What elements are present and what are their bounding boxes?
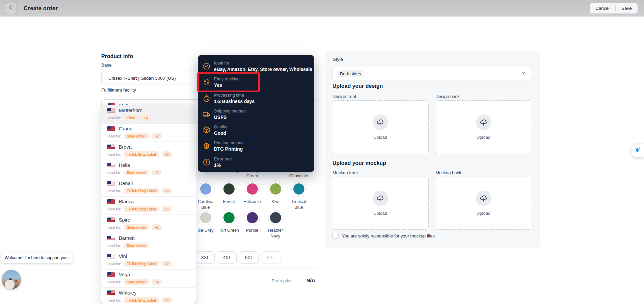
color-dot xyxy=(223,212,235,223)
facility-list-item[interactable]: Matterhorn Ideal for: eBay +4 xyxy=(101,105,196,124)
chat-agent-avatar[interactable] xyxy=(2,270,21,289)
facility-list-item[interactable]: Denali Ideal for: TikTok Shop Label +4 xyxy=(101,178,196,197)
upload-cloud-icon xyxy=(476,115,491,130)
tooltip-row-icon xyxy=(202,110,211,119)
facility-name: Spire xyxy=(119,217,130,223)
ideal-for-prefix: Ideal for: xyxy=(107,189,121,193)
color-swatch-button[interactable] xyxy=(245,210,260,225)
facility-tag: Store owner xyxy=(124,133,149,139)
facility-list-item[interactable]: Blanca Ideal for: TikTok Shop Label +6 xyxy=(101,197,196,215)
base-select-value: Unisex T-Shirt | Gildan 5000 (US) xyxy=(108,76,176,81)
chevron-left-icon xyxy=(8,4,14,12)
size-option-button[interactable]: 4XL xyxy=(218,251,237,264)
ideal-for-prefix: Ideal for: xyxy=(107,244,121,248)
upload-label: Upload xyxy=(373,211,387,216)
color-swatch-button[interactable] xyxy=(291,181,306,197)
mockup-front-label: Mockup front xyxy=(332,170,358,175)
color-dot xyxy=(293,183,304,195)
style-select[interactable]: Both sides xyxy=(332,67,532,80)
tooltip-row: Error rate 1% xyxy=(202,156,309,172)
facility-more-badge: +6 xyxy=(162,151,172,157)
mockup-back-upload-box[interactable]: Upload xyxy=(435,177,532,230)
facility-name: Vini xyxy=(119,254,127,259)
facility-name: Matterhorn xyxy=(119,108,142,113)
color-swatch-button[interactable] xyxy=(221,210,237,225)
topbar-cancel-button[interactable]: Cancel xyxy=(590,3,615,14)
facility-tag: Store owner xyxy=(124,224,149,230)
color-swatch-label: Ice Grey xyxy=(197,228,213,233)
color-swatch: Turf Green xyxy=(217,210,241,233)
facility-list-item[interactable]: Breva Ideal for: TikTok Shop Label +6 xyxy=(101,142,196,160)
topbar-save-button[interactable]: Save xyxy=(616,3,638,14)
us-flag-icon xyxy=(107,199,115,204)
chevron-down-icon xyxy=(521,70,526,77)
color-dot xyxy=(223,183,235,195)
us-flag-icon xyxy=(107,163,115,168)
size-option-button[interactable]: 3XL xyxy=(196,251,215,264)
ideal-for-prefix: Ideal for: xyxy=(107,262,121,266)
size-option-button[interactable]: 5XL xyxy=(240,251,259,264)
tooltip-row: Early tracking Yes xyxy=(202,76,309,92)
mockup-responsibility-checkbox[interactable] xyxy=(332,233,339,239)
tooltip-row-value: Yes xyxy=(214,82,240,88)
facility-list-item[interactable]: Grand Ideal for: Store owner +2 xyxy=(101,124,196,142)
tooltip-row-icon xyxy=(202,126,211,134)
color-dot xyxy=(200,183,211,195)
us-flag-icon xyxy=(107,145,115,149)
facility-list-item[interactable]: Helia Ideal for: Store owner +1 xyxy=(101,160,196,178)
facility-tag: Store owner xyxy=(124,170,149,175)
color-swatch-button[interactable] xyxy=(221,181,237,197)
color-swatch-button[interactable] xyxy=(268,210,283,225)
tooltip-row: Ideal for eBay, Amazon, Etsy, Store owne… xyxy=(202,60,309,76)
design-front-upload-box[interactable]: Upload xyxy=(332,100,429,154)
facility-name: Denali xyxy=(119,181,133,186)
design-back-upload-box[interactable]: Upload xyxy=(435,100,532,154)
ideal-for-prefix: Ideal for: xyxy=(107,298,121,302)
tooltip-row-icon xyxy=(202,94,211,103)
style-label: Style xyxy=(333,57,343,62)
color-swatch: Purple xyxy=(240,210,264,233)
color-dot xyxy=(270,212,281,223)
facility-list-item[interactable]: Whitney Ideal for: TikTok Shop Label +4 xyxy=(101,288,196,304)
side-widget-button[interactable] xyxy=(631,144,644,157)
color-swatch: Heather Navy xyxy=(264,210,287,239)
tooltip-row: Printing method DTG Printing xyxy=(202,140,309,156)
tooltip-row-value: 1% xyxy=(214,162,232,169)
facility-more-badge: +7 xyxy=(162,261,172,267)
color-swatch: Forest xyxy=(217,181,241,205)
color-swatch-button[interactable] xyxy=(245,181,260,197)
facility-list-item[interactable]: Spire Ideal for: Store owner +1 xyxy=(101,215,196,233)
page-title: Create order xyxy=(24,0,58,17)
mockup-front-upload-box[interactable]: Upload xyxy=(332,177,429,230)
droplet-sparkle-icon xyxy=(633,146,642,156)
tooltip-row-icon xyxy=(202,78,211,86)
us-flag-icon xyxy=(107,126,115,131)
facility-dropdown-list[interactable]: Matterhorn Ideal for: eBay +4 Grand Idea… xyxy=(101,105,196,304)
facility-list-item[interactable]: Barnett Ideal for: Store owner xyxy=(101,233,196,251)
back-button[interactable] xyxy=(5,2,17,14)
facility-tag: TikTok Shop Label xyxy=(124,151,159,157)
from-price-label: From price xyxy=(272,278,293,283)
chat-welcome-bubble[interactable]: Welcome! I'm here to support you. xyxy=(1,252,73,263)
tooltip-row-icon xyxy=(202,62,211,71)
us-flag-icon xyxy=(107,218,115,222)
upload-label: Upload xyxy=(477,135,490,140)
us-flag-icon xyxy=(107,108,115,113)
color-swatch-button[interactable] xyxy=(198,181,213,197)
us-flag-icon xyxy=(107,254,115,259)
facility-list-item[interactable]: Vega Ideal for: Store owner +4 xyxy=(101,270,196,288)
mockup-responsibility-label: You are solely responsible for your mock… xyxy=(342,233,435,238)
tooltip-row: Shipping method USPS xyxy=(202,108,309,124)
color-swatch-label: Purple xyxy=(246,228,258,233)
facility-name: Grand xyxy=(119,126,132,131)
color-swatch-label: Kiwi xyxy=(272,199,279,205)
color-swatch-label: Carolina Blue xyxy=(194,199,217,210)
facility-name: Blanca xyxy=(119,199,134,204)
facility-list-item[interactable]: Vini Ideal for: TikTok Shop Label +7 xyxy=(101,251,196,270)
color-swatch-button[interactable] xyxy=(198,210,213,225)
color-swatch-button[interactable] xyxy=(268,181,283,197)
tooltip-row-icon xyxy=(202,158,211,167)
ideal-for-prefix: Ideal for: xyxy=(107,116,121,120)
tooltip-row-value: eBay, Amazon, Etsy, Store owner, Wholesa… xyxy=(214,66,312,73)
tooltip-row-value: USPS xyxy=(214,114,246,121)
